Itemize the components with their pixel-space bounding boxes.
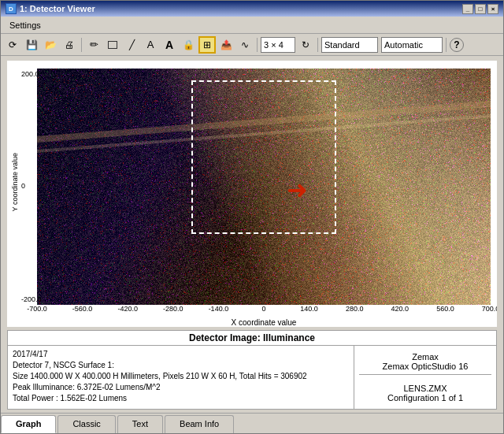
- info-lens: LENS.ZMX Configuration 1 of 1: [359, 384, 491, 402]
- text-icon: A: [147, 39, 154, 50]
- y-axis-label-container: Y coordinate value: [9, 61, 21, 303]
- tab-classic[interactable]: Classic: [57, 415, 115, 433]
- separator-3: [317, 38, 318, 52]
- x-tick-5: 0: [261, 305, 265, 313]
- pencil-button[interactable]: ✏: [85, 36, 102, 54]
- standard-dropdown[interactable]: Standard: [321, 37, 378, 53]
- x-label-container: X coordinate value: [37, 317, 491, 327]
- info-size: Size 1400.000 W X 400.000 H Millimeters,…: [13, 371, 349, 382]
- x-tick-9: 560.0: [436, 305, 454, 313]
- tab-graph[interactable]: Graph: [1, 415, 56, 433]
- minimize-button[interactable]: _: [462, 4, 473, 14]
- lock-icon: 🔒: [183, 39, 195, 50]
- open-icon: 📂: [45, 39, 57, 50]
- layout-dropdown[interactable]: 3 × 4 1 × 1 2 × 2: [261, 37, 295, 53]
- x-tick-4: -140.0: [209, 305, 229, 313]
- content-area: Y coordinate value ➜ 200.0 0 -200.0 -700…: [1, 56, 503, 433]
- info-panel: Detector Image: Illuminance 2017/4/17 De…: [7, 330, 497, 410]
- info-date: 2017/4/17: [13, 349, 349, 360]
- lock-button[interactable]: 🔒: [180, 36, 197, 54]
- x-tick-6: 140.0: [300, 305, 318, 313]
- zemax-product: Zemax OpticStudio 16: [359, 362, 491, 371]
- toolbar: ⟳ 💾 📂 🖨 ✏ ╱ A A 🔒 ⊞: [1, 34, 503, 56]
- help-icon: ?: [454, 39, 459, 50]
- menu-bar: Settings: [1, 17, 503, 34]
- info-zemax: Zemax Zemax OpticStudio 16: [359, 352, 491, 375]
- title-bar-controls: _ □ ×: [462, 4, 498, 14]
- y-tick-mid: 0: [21, 182, 25, 190]
- y-ticks-container: 200.0 0 -200.0: [21, 69, 497, 305]
- close-button[interactable]: ×: [487, 4, 498, 14]
- rotate-icon: ↻: [302, 39, 309, 50]
- x-tick-3: -280.0: [163, 305, 183, 313]
- x-tick-8: 420.0: [391, 305, 410, 313]
- main-window: D 1: Detector Viewer _ □ × Settings ⟳ 💾 …: [0, 0, 504, 434]
- wave-icon: ∿: [241, 39, 249, 50]
- tab-text[interactable]: Text: [117, 415, 163, 433]
- print-button[interactable]: 🖨: [61, 36, 78, 54]
- automatic-dropdown-wrapper: Automatic: [381, 37, 443, 53]
- tab-beam-info[interactable]: Beam Info: [165, 415, 234, 433]
- separator-2: [257, 38, 258, 52]
- x-tick-7: 280.0: [346, 305, 364, 313]
- wave-button[interactable]: ∿: [236, 36, 254, 54]
- rect-icon: [108, 41, 117, 49]
- print-icon: 🖨: [65, 39, 74, 50]
- help-button[interactable]: ?: [450, 38, 464, 52]
- x-axis-label: X coordinate value: [232, 318, 297, 327]
- lens-file: LENS.ZMX: [359, 384, 491, 393]
- y-axis-label: Y coordinate value: [11, 153, 19, 211]
- refresh-button[interactable]: ⟳: [4, 36, 21, 54]
- plot-area: Y coordinate value ➜ 200.0 0 -200.0 -700…: [7, 61, 497, 327]
- maximize-button[interactable]: □: [475, 4, 486, 14]
- refresh-icon: ⟳: [9, 39, 17, 50]
- grid-icon: ⊞: [203, 39, 211, 50]
- info-power: Total Power : 1.562E-02 Lumens: [13, 393, 349, 404]
- lens-config: Configuration 1 of 1: [359, 393, 491, 402]
- bold-text-icon: A: [165, 39, 173, 51]
- separator-1: [81, 38, 82, 52]
- info-content: 2017/4/17 Detector 7, NSCG Surface 1: Si…: [8, 346, 496, 409]
- floppy-icon: 💾: [26, 39, 38, 50]
- y-tick-bot: -200.0: [21, 295, 42, 303]
- info-right: Zemax Zemax OpticStudio 16 LENS.ZMX Conf…: [354, 346, 496, 409]
- window-title: 1: Detector Viewer: [20, 4, 95, 13]
- y-tick-top: 200.0: [21, 70, 39, 78]
- info-left: 2017/4/17 Detector 7, NSCG Surface 1: Si…: [8, 346, 354, 409]
- menu-item-settings[interactable]: Settings: [4, 19, 46, 32]
- rotate-button[interactable]: ↻: [297, 36, 314, 54]
- x-tick-1: -560.0: [72, 305, 93, 313]
- grid-button[interactable]: ⊞: [198, 36, 216, 54]
- separator-4: [446, 38, 447, 52]
- info-detector: Detector 7, NSCG Surface 1:: [13, 360, 349, 371]
- export-button[interactable]: 📤: [217, 36, 235, 54]
- standard-dropdown-wrapper: Standard: [321, 37, 378, 53]
- automatic-dropdown[interactable]: Automatic: [381, 37, 443, 53]
- zemax-label: Zemax: [359, 352, 491, 362]
- x-tick-0: -700.0: [27, 305, 47, 313]
- line-button[interactable]: ╱: [123, 36, 140, 54]
- rect-button[interactable]: [104, 36, 121, 54]
- open-button[interactable]: 📂: [42, 36, 59, 54]
- layout-dropdown-wrapper: 3 × 4 1 × 1 2 × 2: [261, 37, 295, 53]
- export-icon: 📤: [220, 39, 232, 50]
- title-bar: D 1: Detector Viewer _ □ ×: [1, 1, 503, 17]
- info-peak: Peak Illuminance: 6.372E-02 Lumens/M^2: [13, 382, 349, 393]
- text-button[interactable]: A: [142, 36, 159, 54]
- x-tick-10: 700.0: [482, 305, 497, 313]
- pencil-icon: ✏: [90, 39, 98, 50]
- info-title: Detector Image: Illuminance: [8, 331, 496, 346]
- x-tick-2: -420.0: [117, 305, 138, 313]
- tab-bar: Graph Classic Text Beam Info: [1, 413, 503, 433]
- line-icon: ╱: [129, 39, 135, 50]
- window-icon: D: [6, 3, 17, 14]
- title-bar-left: D 1: Detector Viewer: [6, 3, 95, 14]
- save-button[interactable]: 💾: [23, 36, 40, 54]
- bold-text-button[interactable]: A: [161, 36, 178, 54]
